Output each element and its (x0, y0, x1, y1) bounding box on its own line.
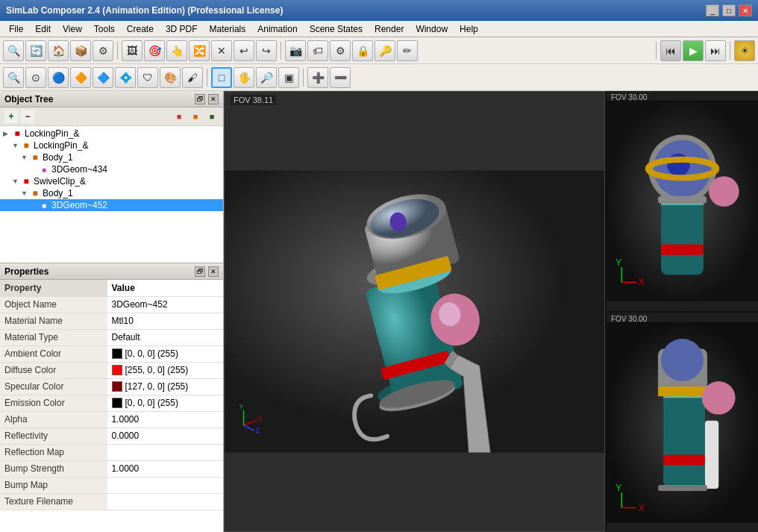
menu-window[interactable]: Window (410, 22, 454, 36)
tb2-select-box[interactable]: □ (211, 67, 232, 88)
tb-target[interactable]: 🎯 (144, 40, 165, 61)
toolbar-separator-5 (207, 69, 207, 87)
tb-cursor[interactable]: 👆 (166, 40, 187, 61)
props-row-11: Bump Map (0, 477, 223, 493)
top-right-viewport[interactable]: FOV 30.00 (607, 91, 758, 313)
tb-undo[interactable]: ↩ (234, 40, 254, 61)
props-col-property: Property (0, 280, 107, 296)
tree-node-geom452[interactable]: ■ 3DGeom~452 (0, 199, 223, 211)
tb2-brush[interactable]: 🖌 (182, 67, 203, 88)
menu-3dpdf[interactable]: 3D PDF (160, 22, 204, 36)
prop-label-6: Emission Color (0, 395, 107, 411)
tb2-add[interactable]: ➕ (307, 67, 328, 88)
tb-tag[interactable]: 🏷 (307, 40, 328, 61)
props-close[interactable]: ✕ (208, 266, 219, 277)
svg-rect-30 (658, 196, 707, 204)
svg-point-39 (661, 339, 704, 381)
svg-point-42 (702, 381, 736, 414)
tb2-gem[interactable]: 💠 (115, 67, 136, 88)
node-label-3: Body_1 (43, 152, 73, 163)
tb-prev[interactable]: ⏮ (660, 40, 681, 61)
tb2-shield[interactable]: 🛡 (137, 67, 158, 88)
tb-sun[interactable]: ☀ (734, 40, 755, 61)
tb-redo[interactable]: ↪ (256, 40, 277, 61)
tb2-search[interactable]: 🔍 (3, 67, 24, 88)
tree-icon-2[interactable]: ■ (189, 110, 202, 123)
bottom-right-viewport[interactable]: FOV 30.00 (607, 313, 758, 533)
arrow-icon-2: ▼ (12, 142, 21, 149)
toolbar-separator-3 (656, 42, 657, 60)
toolbar-separator-4 (730, 42, 730, 60)
maximize-button[interactable]: □ (722, 4, 736, 16)
color-swatch-6[interactable] (112, 398, 122, 408)
tree-node-locking1[interactable]: ▶ ■ LockingPin_& (0, 128, 223, 140)
color-swatch-5[interactable] (112, 381, 122, 392)
node-icon-4: ■ (39, 164, 49, 175)
tb-next[interactable]: ⏭ (705, 40, 726, 61)
main-viewport[interactable]: FOV 38.11 (224, 91, 605, 532)
panel-close[interactable]: ✕ (208, 94, 219, 104)
toolbar-separator-1 (117, 42, 118, 60)
tb-close[interactable]: ✕ (211, 40, 232, 61)
tree-node-swivel[interactable]: ▼ ■ SwivelClip_& (0, 175, 223, 187)
tb2-select-all[interactable]: ▣ (278, 67, 299, 88)
tb2-zoom[interactable]: 🔎 (256, 67, 277, 88)
tb-image[interactable]: 🖼 (122, 40, 142, 61)
menu-help[interactable]: Help (454, 22, 484, 36)
tree-remove-button[interactable]: − (21, 110, 34, 123)
tb2-diamond[interactable]: 🔶 (70, 67, 91, 88)
menu-view[interactable]: View (57, 22, 88, 36)
color-swatch-4[interactable] (112, 365, 122, 375)
node-label-1: LockingPin_& (25, 128, 79, 139)
tree-node-geom434[interactable]: ■ 3DGeom~434 (0, 163, 223, 175)
node-icon-1: ■ (12, 128, 22, 139)
tb-edit[interactable]: ✏ (397, 40, 418, 61)
panel-restore[interactable]: 🗗 (195, 94, 205, 104)
tb2-orbit[interactable]: ⊙ (25, 67, 46, 88)
menu-edit[interactable]: Edit (29, 22, 57, 36)
tb-shuffle[interactable]: 🔀 (189, 40, 210, 61)
minimize-button[interactable]: _ (706, 4, 719, 16)
props-row-7: Alpha1.0000 (0, 411, 223, 428)
menu-tools[interactable]: Tools (88, 22, 121, 36)
tb2-remove[interactable]: ➖ (330, 67, 351, 88)
menu-animation[interactable]: Animation (251, 22, 303, 36)
tree-add-button[interactable]: + (4, 110, 18, 123)
tb-home[interactable]: 🏠 (48, 40, 69, 61)
tb-lock[interactable]: 🔒 (352, 40, 373, 61)
tree-icon-1[interactable]: ■ (172, 110, 186, 123)
tb-box[interactable]: 📦 (70, 40, 91, 61)
tb-gear[interactable]: ⚙ (330, 40, 351, 61)
prop-value-4: [255, 0, 0] (255) (107, 362, 223, 378)
tree-node-body1[interactable]: ▼ ■ Body_1 (0, 151, 223, 163)
prop-value-11 (107, 477, 223, 493)
tb-key[interactable]: 🔑 (375, 40, 395, 61)
menu-scene-states[interactable]: Scene States (304, 22, 369, 36)
prop-label-0: Object Name (0, 296, 107, 313)
svg-rect-45 (658, 484, 707, 490)
tree-node-locking2[interactable]: ▼ ■ LockingPin_& (0, 140, 223, 151)
menu-render[interactable]: Render (369, 22, 410, 36)
menu-materials[interactable]: Materials (204, 22, 252, 36)
close-button[interactable]: ✕ (739, 4, 752, 16)
menu-file[interactable]: File (3, 22, 29, 36)
color-swatch-3[interactable] (112, 348, 122, 359)
menu-create[interactable]: Create (121, 22, 160, 36)
tree-icon-3[interactable]: ■ (205, 110, 219, 123)
tb2-diamond2[interactable]: 🔷 (93, 67, 113, 88)
tb-search[interactable]: 🔍 (3, 40, 24, 61)
tree-node-body2[interactable]: ▼ ■ Body_1 (0, 187, 223, 199)
props-row-2: Material TypeDefault (0, 329, 223, 345)
tb-camera[interactable]: 📷 (285, 40, 306, 61)
tb-rotate[interactable]: 🔄 (25, 40, 46, 61)
tb2-paint[interactable]: 🎨 (160, 67, 181, 88)
prop-label-10: Bump Strength (0, 460, 107, 477)
props-restore[interactable]: 🗗 (195, 266, 205, 277)
app-title: SimLab Composer 2.4 (Animation Edition) … (6, 5, 283, 16)
tb2-pan[interactable]: 🖐 (234, 67, 254, 88)
tb2-sphere[interactable]: 🔵 (48, 67, 69, 88)
tb-play[interactable]: ▶ (683, 40, 704, 61)
tb-settings[interactable]: ⚙ (93, 40, 113, 61)
props-panel-controls: 🗗 ✕ (195, 266, 219, 277)
node-label-5: SwivelClip_& (34, 176, 86, 187)
